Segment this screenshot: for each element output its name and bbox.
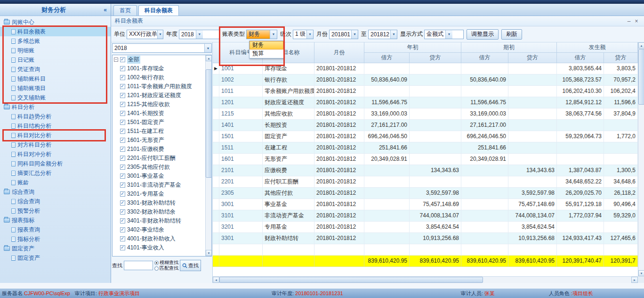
checkbox-checked-icon[interactable] <box>120 209 125 215</box>
table-horizontal-scrollbar[interactable]: ◄ ► <box>213 276 638 283</box>
tree-node[interactable]: 1601-无形资产 <box>113 136 211 145</box>
tree-node[interactable]: 3201-专用基金 <box>113 190 211 199</box>
month-from-select[interactable]: 201801 ▼ <box>329 30 358 39</box>
table-row[interactable]: 1401 长期投资 201801-201812 27,161,217.00 27… <box>213 120 638 131</box>
tree-node[interactable]: 1401-长期投资 <box>113 109 211 118</box>
tree-node[interactable]: 1001-库存现金 <box>113 64 211 73</box>
minimize-icon[interactable]: – <box>625 18 633 25</box>
scroll-right-icon[interactable]: ► <box>631 277 638 283</box>
scroll-left-icon[interactable]: ◄ <box>213 277 219 283</box>
close-icon[interactable]: × <box>633 18 640 25</box>
month-to-select[interactable]: 201812 ▼ <box>368 30 397 39</box>
tree-node[interactable]: 4001-财政补助收入 <box>113 234 211 243</box>
scroll-up-icon[interactable]: ▲ <box>206 55 212 61</box>
sidebar-item[interactable]: 辅助账科目 <box>0 74 111 83</box>
table-row[interactable]: 1201 财政应返还额度 201801-201812 11,596,646.75… <box>213 97 638 108</box>
scroll-up-icon[interactable]: ▲ <box>638 42 644 49</box>
checkbox-checked-icon[interactable] <box>120 147 125 152</box>
sidebar-item[interactable]: 综合查询 <box>0 197 111 206</box>
tree-scrollbar[interactable]: ▲ ▼ <box>205 55 211 256</box>
tree-node[interactable]: 2305-其他应付款 <box>113 163 211 172</box>
table-row[interactable]: ▶ 1001 库存现金 201801-201812 3,803,565.44 3… <box>213 63 638 74</box>
checkbox-checked-icon[interactable] <box>120 174 125 179</box>
sidebar-item[interactable]: 阅账中心 <box>0 17 111 27</box>
table-row[interactable]: 1011 零余额账户用款额度 201801-201812 106,202,410… <box>213 86 638 97</box>
collapse-expander-icon[interactable]: − <box>114 58 118 62</box>
sidebar-item[interactable]: 科目结构分析 <box>0 121 111 131</box>
tab-home[interactable]: 首页 <box>113 5 137 16</box>
checkbox-checked-icon[interactable] <box>120 57 125 62</box>
sidebar-item[interactable]: 预警分析 <box>0 206 111 215</box>
tree-node[interactable]: 4101-事业收入 <box>113 243 211 252</box>
tree-node[interactable]: 1215-其他应收款 <box>113 100 211 109</box>
checkbox-checked-icon[interactable] <box>120 218 125 224</box>
checkbox-checked-icon[interactable] <box>120 111 125 116</box>
sidebar-item[interactable]: 凭证查询 <box>0 65 111 74</box>
table-row[interactable]: 2305 其他应付款 201801-201812 3,592,597.98 3,… <box>213 188 638 199</box>
checkbox-checked-icon[interactable] <box>120 236 125 241</box>
sidebar-item[interactable]: 科目对冲分析 <box>0 149 111 159</box>
sidebar-item[interactable]: 固定资产 <box>0 244 111 253</box>
sidebar-item[interactable]: 科目余额表 <box>0 27 111 36</box>
radio-fuzzy-search[interactable]: 模糊查找 <box>154 260 178 265</box>
checkbox-checked-icon[interactable] <box>120 165 125 170</box>
sidebar-item[interactable]: 同科目同金额分析 <box>0 159 111 168</box>
table-row[interactable]: 2101 应缴税费 201801-201812 134,343.63 134,3… <box>213 165 638 176</box>
sidebar-item[interactable]: 摘要汇总分析 <box>0 168 111 178</box>
tree-scrollbar-thumb[interactable] <box>206 69 212 178</box>
adjust-display-button[interactable]: 调整显示 <box>467 29 499 40</box>
sidebar-item[interactable]: 科目分析 <box>0 102 111 112</box>
tree-node[interactable]: 1011-零余额账户用款额度 <box>113 82 211 91</box>
sidebar-item[interactable]: 报表指标 <box>0 215 111 225</box>
sidebar-collapse-icon[interactable]: « <box>104 7 107 13</box>
tree-year-select[interactable]: 2018 ▼ <box>112 43 212 53</box>
sidebar-item[interactable]: 明细账 <box>0 46 111 55</box>
year-select[interactable]: 2018 ▼ <box>179 30 219 39</box>
tree-node[interactable]: 1511-在建工程 <box>113 127 211 136</box>
dropdown-option-budget[interactable]: 预算 <box>250 50 283 58</box>
table-row[interactable]: 1501 固定资产 201801-201812 696,246,046.50 6… <box>213 131 638 142</box>
tab-account-balance[interactable]: 科目余额表 <box>138 5 179 16</box>
level-select[interactable]: 1 级 ▼ <box>293 30 314 39</box>
scroll-down-icon[interactable]: ▼ <box>638 270 644 276</box>
sidebar-item[interactable]: 科目对比分析 <box>0 131 111 140</box>
refresh-button[interactable]: 刷新 <box>501 29 522 40</box>
tree-node[interactable]: 2201-应付职工薪酬 <box>113 154 211 163</box>
table-row[interactable]: 1002 银行存款 201801-201812 50,836,640.09 50… <box>213 74 638 86</box>
checkbox-checked-icon[interactable] <box>120 66 125 71</box>
tree-node[interactable]: 3301-财政补助结转 <box>113 199 211 207</box>
checkbox-checked-icon[interactable] <box>120 120 125 125</box>
checkbox-checked-icon[interactable] <box>120 93 125 98</box>
checkbox-checked-icon[interactable] <box>120 84 125 89</box>
tree-node[interactable]: 1501-固定资产 <box>113 118 211 127</box>
dropdown-option-finance[interactable]: 财务 <box>250 41 283 50</box>
tree-node[interactable]: 3001-事业基金 <box>113 172 211 181</box>
tree-node[interactable]: 3101-非流动资产基金 <box>113 181 211 190</box>
tree-node[interactable]: 3302-财政补助结余 <box>113 207 211 216</box>
checkbox-checked-icon[interactable] <box>120 138 125 143</box>
checkbox-checked-icon[interactable] <box>120 227 125 232</box>
table-row[interactable]: 3201 专用基金 201801-201812 3,854,624.54 3,8… <box>213 222 638 233</box>
table-row[interactable]: 1215 其他应收款 201801-201812 33,169,000.03 3… <box>213 108 638 120</box>
sidebar-item[interactable]: 综合查询 <box>0 187 111 197</box>
tree-node[interactable]: 1201-财政应返还额度 <box>113 91 211 100</box>
checkbox-checked-icon[interactable] <box>120 129 125 134</box>
checkbox-checked-icon[interactable] <box>120 75 125 80</box>
table-scrollbar-thumb[interactable] <box>638 49 644 105</box>
tree-node[interactable]: 1002-银行存款 <box>113 73 211 82</box>
checkbox-checked-icon[interactable] <box>120 182 125 188</box>
radio-exact-search[interactable]: 匹配查找 <box>154 265 178 271</box>
display-mode-select[interactable]: 金额式 ▼ <box>424 30 464 39</box>
tree-node[interactable]: 2101-应缴税费 <box>113 145 211 154</box>
checkbox-checked-icon[interactable] <box>120 156 125 161</box>
sidebar-item[interactable]: 账龄 <box>0 178 111 187</box>
search-button[interactable]: 查找 <box>180 260 201 271</box>
checkbox-checked-icon[interactable] <box>120 102 125 107</box>
sidebar-item[interactable]: 多维总账 <box>0 36 111 46</box>
table-row[interactable]: 1601 无形资产 201801-201812 20,349,028.91 20… <box>213 154 638 165</box>
table-row[interactable]: 1511 在建工程 201801-201812 251,841.66 251,8… <box>213 142 638 154</box>
table-vertical-scrollbar[interactable]: ▲ ▼ <box>638 42 644 276</box>
table-row[interactable]: 3001 事业基金 201801-201812 75,457,148.69 75… <box>213 199 638 210</box>
sidebar-item[interactable]: 指标分析 <box>0 234 111 244</box>
sidebar-item[interactable]: 对方科目分析 <box>0 140 111 149</box>
